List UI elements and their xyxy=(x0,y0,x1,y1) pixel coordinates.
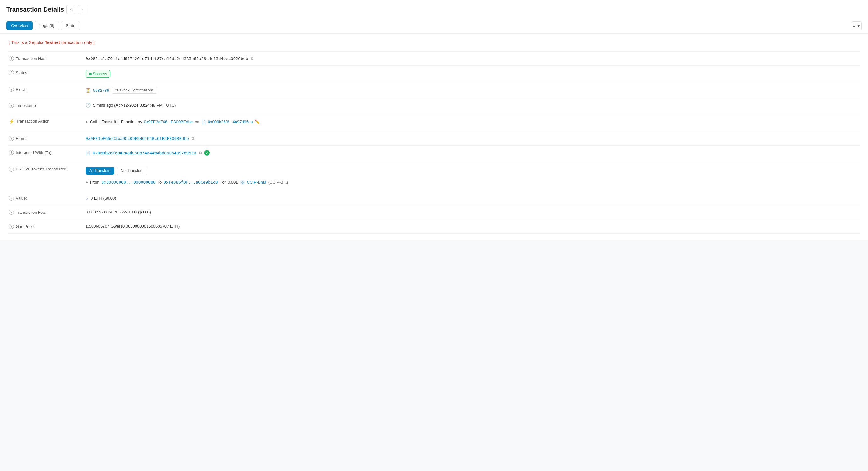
tx-hash-label-text: Transaction Hash: xyxy=(16,56,49,61)
row-transaction-action: ⚡ Transaction Action: ▶ Call Transmit Fu… xyxy=(7,114,861,129)
gas-price-text: 1.500605707 Gwei (0.0000000001500605707 … xyxy=(86,224,180,228)
to-transfer-label: To xyxy=(158,180,162,185)
row-from: ? From: 0x9FE3eF66e33ba9Cc09E546f61Bc61B… xyxy=(7,131,861,146)
status-label-text: Status: xyxy=(16,70,28,75)
label-from: ? From: xyxy=(9,136,81,141)
gas-price-value: 1.500605707 Gwei (0.0000000001500605707 … xyxy=(86,224,858,228)
label-tx-fee: ? Transaction Fee: xyxy=(9,210,81,215)
testnet-prefix: [ This is a Sepolia xyxy=(9,40,45,45)
edit-icon[interactable]: ✏️ xyxy=(255,120,260,124)
tab-state[interactable]: State xyxy=(61,21,80,30)
by-text: Function by xyxy=(121,120,142,124)
copy-from-icon[interactable]: ⧉ xyxy=(191,136,194,141)
net-transfers-button[interactable]: Net Transfers xyxy=(117,167,148,175)
help-icon-erc20[interactable]: ? xyxy=(9,167,14,172)
clock-icon: 🕐 xyxy=(86,103,91,107)
status-text: Success xyxy=(93,72,107,76)
transfer-arrow-icon: ▶ xyxy=(86,180,88,184)
value-cell-from: 0x9FE3eF66e33ba9Cc09E546f61Bc61B3FB00BEd… xyxy=(83,131,861,146)
arrow-icon: ▶ xyxy=(86,120,88,124)
function-label-badge: Transmit xyxy=(99,119,119,125)
value-value: ⬦ 0 ETH ($0.00) xyxy=(86,195,858,200)
page-container: Transaction Details ‹ › Overview Logs (6… xyxy=(0,0,868,240)
label-cell-block: ? Block: xyxy=(7,83,83,98)
all-transfers-button[interactable]: All Transfers xyxy=(86,167,114,175)
value-cell-tx-hash: 0x083fc1a79ffcfd617426fd71dff87ca16db2e4… xyxy=(83,52,861,66)
help-icon-timestamp[interactable]: ? xyxy=(9,103,14,108)
block-number-link[interactable]: 5682786 xyxy=(93,88,109,93)
from-address-full-link[interactable]: 0x9FE3eF66e33ba9Cc09E546f61Bc61B3FB00BEd… xyxy=(86,136,189,141)
help-icon-gas-price[interactable]: ? xyxy=(9,224,14,229)
help-icon-tx-hash[interactable]: ? xyxy=(9,56,14,61)
value-cell-block: ⏳ 5682786 28 Block Confirmations xyxy=(83,83,861,98)
help-icon-status[interactable]: ? xyxy=(9,70,14,75)
transfer-amount: 0.001 xyxy=(228,180,238,185)
eth-icon: ⬦ xyxy=(86,195,88,200)
from-value: 0x9FE3eF66e33ba9Cc09E546f61Bc61B3FB00BEd… xyxy=(86,136,858,141)
label-cell-tx-hash: ? Transaction Hash: xyxy=(7,52,83,66)
on-text: on xyxy=(195,120,199,124)
prev-nav-button[interactable]: ‹ xyxy=(66,5,75,14)
help-icon-from[interactable]: ? xyxy=(9,136,14,141)
page-header: Transaction Details ‹ › xyxy=(0,0,868,18)
value-cell-timestamp: 🕐 5 mins ago (Apr-12-2024 03:24:48 PM +U… xyxy=(83,98,861,113)
row-timestamp: ? Timestamp: 🕐 5 mins ago (Apr-12-2024 0… xyxy=(7,98,861,113)
next-nav-button[interactable]: › xyxy=(78,5,87,14)
value-cell-erc20: All Transfers Net Transfers ▶ From 0x000… xyxy=(83,162,861,189)
label-cell-erc20: ? ERC-20 Tokens Transferred: xyxy=(7,162,83,189)
label-cell-interacted: ? Interacted With (To): xyxy=(7,146,83,160)
timestamp-label-text: Timestamp: xyxy=(16,103,37,108)
copy-interacted-icon[interactable]: ⧉ xyxy=(199,150,202,155)
copy-tx-hash-icon[interactable]: ⧉ xyxy=(251,56,253,61)
lightning-icon: ⚡ xyxy=(9,119,14,124)
tx-fee-text: 0.00027603191785529 ETH ($0.00) xyxy=(86,210,151,214)
contract-icon-2: 📄 xyxy=(86,151,90,155)
tx-action-label-text: Transaction Action: xyxy=(16,119,51,124)
to-address-link[interactable]: 0x000b26f6...4a97d95ca xyxy=(208,120,253,124)
help-icon-interacted[interactable]: ? xyxy=(9,150,14,155)
tabs-bar: Overview Logs (6) State ≡ ▼ xyxy=(0,18,868,34)
page-title: Transaction Details xyxy=(6,6,64,13)
label-gas-price: ? Gas Price: xyxy=(9,224,81,229)
label-cell-gas-price: ? Gas Price: xyxy=(7,219,83,233)
value-cell-gas-price: 1.500605707 Gwei (0.0000000001500605707 … xyxy=(83,219,861,233)
erc20-label-text: ERC-20 Tokens Transferred: xyxy=(16,167,68,171)
label-tx-hash: ? Transaction Hash: xyxy=(9,56,81,61)
confirmations-badge: 28 Block Confirmations xyxy=(112,87,157,94)
tab-logs[interactable]: Logs (6) xyxy=(35,21,59,30)
token-name-link[interactable]: CCIP-BnM xyxy=(247,180,267,185)
verified-icon: ✓ xyxy=(204,150,210,156)
timestamp-text: 5 mins ago (Apr-12-2024 03:24:48 PM +UTC… xyxy=(93,103,176,107)
label-block: ? Block: xyxy=(9,87,81,92)
content-area: [ This is a Sepolia Testnet transaction … xyxy=(0,34,868,240)
token-extra-text: (CCIP-B...) xyxy=(268,180,288,185)
from-address-link[interactable]: 0x9FE3eF66...FB00BEdbe xyxy=(144,120,193,124)
tab-overview[interactable]: Overview xyxy=(6,21,33,30)
value-text: 0 ETH ($0.00) xyxy=(91,196,116,200)
tx-hash-value: 0x083fc1a79ffcfd617426fd71dff87ca16db2e4… xyxy=(86,56,858,61)
list-view-button[interactable]: ≡ ▼ xyxy=(851,21,862,30)
transfer-from-address[interactable]: 0x00000000...000000000 xyxy=(101,180,155,185)
help-icon-tx-fee[interactable]: ? xyxy=(9,210,14,215)
transfer-to-address[interactable]: 0xFeD86fDF...a6Ce9b1cB xyxy=(163,180,218,185)
timestamp-value: 🕐 5 mins ago (Apr-12-2024 03:24:48 PM +U… xyxy=(86,103,858,107)
label-interacted: ? Interacted With (To): xyxy=(9,150,81,155)
label-timestamp: ? Timestamp: xyxy=(9,103,81,108)
hourglass-icon: ⏳ xyxy=(86,88,91,93)
from-label-text: From: xyxy=(16,136,26,141)
value-cell-tx-action: ▶ Call Transmit Function by 0x9FE3eF66..… xyxy=(83,114,861,129)
row-erc20: ? ERC-20 Tokens Transferred: All Transfe… xyxy=(7,162,861,189)
help-icon-value[interactable]: ? xyxy=(9,195,14,200)
help-icon-block[interactable]: ? xyxy=(9,87,14,92)
label-cell-timestamp: ? Timestamp: xyxy=(7,98,83,113)
value-cell-interacted: 📄 0x000b26f604eAadC3D874a4404bde6D64a97d… xyxy=(83,146,861,160)
label-value: ? Value: xyxy=(9,195,81,200)
tx-action-value: ▶ Call Transmit Function by 0x9FE3eF66..… xyxy=(86,119,858,125)
status-value: Success xyxy=(86,70,858,78)
label-cell-tx-fee: ? Transaction Fee: xyxy=(7,205,83,219)
value-cell-status: Success xyxy=(83,66,861,83)
interacted-address-link[interactable]: 0x000b26f604eAadC3D874a4404bde6D64a97d95… xyxy=(93,151,196,155)
tx-hash-text: 0x083fc1a79ffcfd617426fd71dff87ca16db2e4… xyxy=(86,56,248,61)
gas-price-label-text: Gas Price: xyxy=(16,224,35,229)
testnet-bold: Testnet xyxy=(45,40,60,45)
